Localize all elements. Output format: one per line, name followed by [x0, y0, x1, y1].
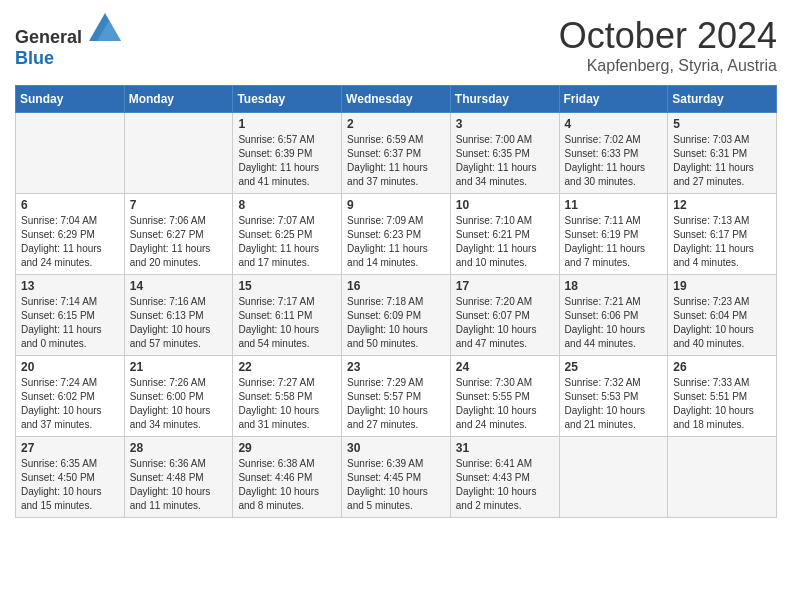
- cell-content: Sunrise: 7:11 AMSunset: 6:19 PMDaylight:…: [565, 214, 663, 270]
- calendar-cell: 7Sunrise: 7:06 AMSunset: 6:27 PMDaylight…: [124, 194, 233, 275]
- calendar-week-2: 6Sunrise: 7:04 AMSunset: 6:29 PMDaylight…: [16, 194, 777, 275]
- day-number: 1: [238, 117, 336, 131]
- calendar-cell: 12Sunrise: 7:13 AMSunset: 6:17 PMDayligh…: [668, 194, 777, 275]
- calendar-week-3: 13Sunrise: 7:14 AMSunset: 6:15 PMDayligh…: [16, 275, 777, 356]
- day-number: 16: [347, 279, 445, 293]
- day-number: 22: [238, 360, 336, 374]
- calendar-cell: [668, 437, 777, 518]
- day-number: 5: [673, 117, 771, 131]
- day-header-sunday: Sunday: [16, 86, 125, 113]
- day-header-monday: Monday: [124, 86, 233, 113]
- calendar-cell: 31Sunrise: 6:41 AMSunset: 4:43 PMDayligh…: [450, 437, 559, 518]
- calendar-cell: 30Sunrise: 6:39 AMSunset: 4:45 PMDayligh…: [342, 437, 451, 518]
- calendar-cell: 24Sunrise: 7:30 AMSunset: 5:55 PMDayligh…: [450, 356, 559, 437]
- calendar-cell: 17Sunrise: 7:20 AMSunset: 6:07 PMDayligh…: [450, 275, 559, 356]
- cell-content: Sunrise: 6:39 AMSunset: 4:45 PMDaylight:…: [347, 457, 445, 513]
- logo-icon: [89, 13, 121, 41]
- cell-content: Sunrise: 7:16 AMSunset: 6:13 PMDaylight:…: [130, 295, 228, 351]
- calendar-cell: 19Sunrise: 7:23 AMSunset: 6:04 PMDayligh…: [668, 275, 777, 356]
- cell-content: Sunrise: 7:10 AMSunset: 6:21 PMDaylight:…: [456, 214, 554, 270]
- day-number: 12: [673, 198, 771, 212]
- cell-content: Sunrise: 7:18 AMSunset: 6:09 PMDaylight:…: [347, 295, 445, 351]
- page-header: General Blue October 2024 Kapfenberg, St…: [15, 15, 777, 75]
- calendar-cell: 15Sunrise: 7:17 AMSunset: 6:11 PMDayligh…: [233, 275, 342, 356]
- calendar-header-row: SundayMondayTuesdayWednesdayThursdayFrid…: [16, 86, 777, 113]
- day-number: 19: [673, 279, 771, 293]
- day-number: 14: [130, 279, 228, 293]
- day-number: 20: [21, 360, 119, 374]
- day-number: 10: [456, 198, 554, 212]
- calendar-cell: [559, 437, 668, 518]
- calendar-cell: 8Sunrise: 7:07 AMSunset: 6:25 PMDaylight…: [233, 194, 342, 275]
- logo: General Blue: [15, 15, 121, 69]
- day-number: 27: [21, 441, 119, 455]
- logo-general: General: [15, 27, 82, 47]
- calendar-table: SundayMondayTuesdayWednesdayThursdayFrid…: [15, 85, 777, 518]
- cell-content: Sunrise: 7:23 AMSunset: 6:04 PMDaylight:…: [673, 295, 771, 351]
- cell-content: Sunrise: 7:03 AMSunset: 6:31 PMDaylight:…: [673, 133, 771, 189]
- calendar-week-5: 27Sunrise: 6:35 AMSunset: 4:50 PMDayligh…: [16, 437, 777, 518]
- day-number: 3: [456, 117, 554, 131]
- cell-content: Sunrise: 6:59 AMSunset: 6:37 PMDaylight:…: [347, 133, 445, 189]
- day-number: 28: [130, 441, 228, 455]
- calendar-cell: 27Sunrise: 6:35 AMSunset: 4:50 PMDayligh…: [16, 437, 125, 518]
- calendar-cell: 2Sunrise: 6:59 AMSunset: 6:37 PMDaylight…: [342, 113, 451, 194]
- logo-blue: Blue: [15, 48, 54, 68]
- calendar-cell: 5Sunrise: 7:03 AMSunset: 6:31 PMDaylight…: [668, 113, 777, 194]
- cell-content: Sunrise: 7:24 AMSunset: 6:02 PMDaylight:…: [21, 376, 119, 432]
- calendar-cell: [16, 113, 125, 194]
- cell-content: Sunrise: 7:32 AMSunset: 5:53 PMDaylight:…: [565, 376, 663, 432]
- calendar-cell: 25Sunrise: 7:32 AMSunset: 5:53 PMDayligh…: [559, 356, 668, 437]
- month-title: October 2024: [559, 15, 777, 57]
- calendar-cell: [124, 113, 233, 194]
- day-header-tuesday: Tuesday: [233, 86, 342, 113]
- day-number: 7: [130, 198, 228, 212]
- cell-content: Sunrise: 7:30 AMSunset: 5:55 PMDaylight:…: [456, 376, 554, 432]
- day-number: 21: [130, 360, 228, 374]
- cell-content: Sunrise: 7:27 AMSunset: 5:58 PMDaylight:…: [238, 376, 336, 432]
- calendar-cell: 1Sunrise: 6:57 AMSunset: 6:39 PMDaylight…: [233, 113, 342, 194]
- calendar-cell: 22Sunrise: 7:27 AMSunset: 5:58 PMDayligh…: [233, 356, 342, 437]
- cell-content: Sunrise: 7:33 AMSunset: 5:51 PMDaylight:…: [673, 376, 771, 432]
- cell-content: Sunrise: 7:09 AMSunset: 6:23 PMDaylight:…: [347, 214, 445, 270]
- calendar-cell: 23Sunrise: 7:29 AMSunset: 5:57 PMDayligh…: [342, 356, 451, 437]
- calendar-cell: 11Sunrise: 7:11 AMSunset: 6:19 PMDayligh…: [559, 194, 668, 275]
- calendar-cell: 9Sunrise: 7:09 AMSunset: 6:23 PMDaylight…: [342, 194, 451, 275]
- day-number: 23: [347, 360, 445, 374]
- cell-content: Sunrise: 6:36 AMSunset: 4:48 PMDaylight:…: [130, 457, 228, 513]
- day-number: 29: [238, 441, 336, 455]
- day-number: 25: [565, 360, 663, 374]
- day-number: 18: [565, 279, 663, 293]
- calendar-cell: 26Sunrise: 7:33 AMSunset: 5:51 PMDayligh…: [668, 356, 777, 437]
- calendar-cell: 6Sunrise: 7:04 AMSunset: 6:29 PMDaylight…: [16, 194, 125, 275]
- day-header-wednesday: Wednesday: [342, 86, 451, 113]
- calendar-cell: 29Sunrise: 6:38 AMSunset: 4:46 PMDayligh…: [233, 437, 342, 518]
- day-number: 9: [347, 198, 445, 212]
- day-number: 17: [456, 279, 554, 293]
- cell-content: Sunrise: 7:20 AMSunset: 6:07 PMDaylight:…: [456, 295, 554, 351]
- day-number: 24: [456, 360, 554, 374]
- calendar-cell: 18Sunrise: 7:21 AMSunset: 6:06 PMDayligh…: [559, 275, 668, 356]
- calendar-cell: 16Sunrise: 7:18 AMSunset: 6:09 PMDayligh…: [342, 275, 451, 356]
- calendar-cell: 20Sunrise: 7:24 AMSunset: 6:02 PMDayligh…: [16, 356, 125, 437]
- day-number: 6: [21, 198, 119, 212]
- cell-content: Sunrise: 6:41 AMSunset: 4:43 PMDaylight:…: [456, 457, 554, 513]
- cell-content: Sunrise: 6:35 AMSunset: 4:50 PMDaylight:…: [21, 457, 119, 513]
- day-number: 30: [347, 441, 445, 455]
- cell-content: Sunrise: 7:21 AMSunset: 6:06 PMDaylight:…: [565, 295, 663, 351]
- calendar-cell: 28Sunrise: 6:36 AMSunset: 4:48 PMDayligh…: [124, 437, 233, 518]
- day-number: 13: [21, 279, 119, 293]
- cell-content: Sunrise: 7:06 AMSunset: 6:27 PMDaylight:…: [130, 214, 228, 270]
- day-header-thursday: Thursday: [450, 86, 559, 113]
- day-header-saturday: Saturday: [668, 86, 777, 113]
- location-title: Kapfenberg, Styria, Austria: [559, 57, 777, 75]
- calendar-cell: 10Sunrise: 7:10 AMSunset: 6:21 PMDayligh…: [450, 194, 559, 275]
- logo-text: General Blue: [15, 15, 121, 69]
- cell-content: Sunrise: 6:38 AMSunset: 4:46 PMDaylight:…: [238, 457, 336, 513]
- day-number: 8: [238, 198, 336, 212]
- cell-content: Sunrise: 7:17 AMSunset: 6:11 PMDaylight:…: [238, 295, 336, 351]
- calendar-cell: 13Sunrise: 7:14 AMSunset: 6:15 PMDayligh…: [16, 275, 125, 356]
- calendar-cell: 21Sunrise: 7:26 AMSunset: 6:00 PMDayligh…: [124, 356, 233, 437]
- day-number: 15: [238, 279, 336, 293]
- calendar-cell: 14Sunrise: 7:16 AMSunset: 6:13 PMDayligh…: [124, 275, 233, 356]
